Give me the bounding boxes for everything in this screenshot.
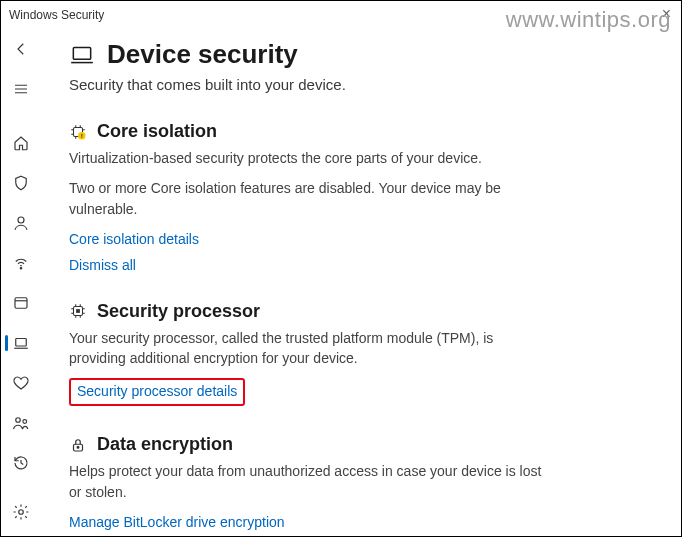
nav-virus[interactable] <box>3 167 39 199</box>
nav-device-security[interactable] <box>3 327 39 359</box>
svg-rect-7 <box>73 47 90 59</box>
security-processor-heading: Security processor <box>97 301 260 322</box>
window-title: Windows Security <box>9 8 104 22</box>
nav-account[interactable] <box>3 207 39 239</box>
gear-icon <box>12 503 30 521</box>
hamburger-icon <box>12 80 30 98</box>
svg-point-0 <box>18 217 24 223</box>
nav-family[interactable] <box>3 407 39 439</box>
core-isolation-desc: Virtualization-based security protects t… <box>69 148 549 168</box>
svg-point-4 <box>16 418 21 423</box>
nav-app-browser[interactable] <box>3 287 39 319</box>
home-icon <box>12 134 30 152</box>
core-isolation-icon: ! <box>69 123 87 141</box>
section-security-processor: Security processor Your security process… <box>69 301 549 407</box>
window-icon <box>12 294 30 312</box>
heart-icon <box>12 374 30 392</box>
nav-rail <box>1 29 41 536</box>
people-icon <box>12 414 30 432</box>
svg-rect-12 <box>76 310 80 314</box>
nav-protection-history[interactable] <box>3 447 39 479</box>
highlight-annotation: Security processor details <box>69 378 245 406</box>
laptop-icon <box>12 334 30 352</box>
svg-rect-2 <box>15 298 27 309</box>
svg-point-14 <box>77 446 79 448</box>
core-isolation-heading: Core isolation <box>97 121 217 142</box>
svg-point-5 <box>23 420 27 424</box>
page-title: Device security <box>107 39 298 70</box>
menu-button[interactable] <box>3 73 39 105</box>
core-isolation-details-link[interactable]: Core isolation details <box>69 231 549 247</box>
svg-rect-3 <box>16 339 27 347</box>
security-processor-details-link[interactable]: Security processor details <box>77 383 237 399</box>
arrow-left-icon <box>12 40 30 58</box>
device-security-icon <box>69 42 95 68</box>
svg-text:!: ! <box>81 133 83 139</box>
data-encryption-desc: Helps protect your data from unauthorize… <box>69 461 549 502</box>
close-icon[interactable]: × <box>662 5 671 23</box>
nav-settings[interactable] <box>3 496 39 528</box>
nav-firewall[interactable] <box>3 247 39 279</box>
page-subtitle: Security that comes built into your devi… <box>69 76 659 93</box>
svg-point-6 <box>19 510 24 515</box>
section-core-isolation: ! Core isolation Virtualization-based se… <box>69 121 549 273</box>
svg-point-1 <box>20 268 22 270</box>
manage-bitlocker-link[interactable]: Manage BitLocker drive encryption <box>69 514 549 530</box>
shield-icon <box>12 174 30 192</box>
nav-device-performance[interactable] <box>3 367 39 399</box>
dismiss-all-link[interactable]: Dismiss all <box>69 257 549 273</box>
history-icon <box>12 454 30 472</box>
back-button[interactable] <box>3 33 39 65</box>
nav-home[interactable] <box>3 127 39 159</box>
section-data-encryption: Data encryption Helps protect your data … <box>69 434 549 530</box>
security-processor-icon <box>69 302 87 320</box>
data-encryption-heading: Data encryption <box>97 434 233 455</box>
core-isolation-warn: Two or more Core isolation features are … <box>69 178 549 219</box>
user-icon <box>12 214 30 232</box>
security-processor-desc: Your security processor, called the trus… <box>69 328 549 369</box>
main-content: Device security Security that comes buil… <box>41 29 681 536</box>
data-encryption-icon <box>69 436 87 454</box>
wifi-icon <box>12 254 30 272</box>
